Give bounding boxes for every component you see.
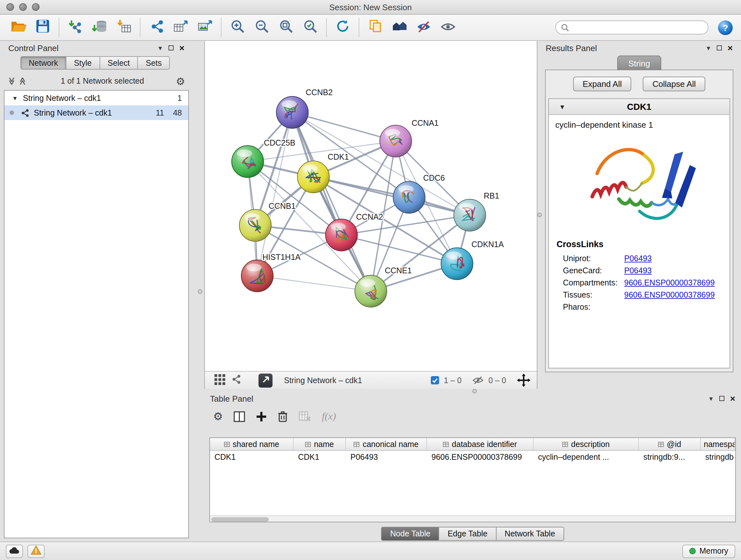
- gear-icon[interactable]: ⚙: [176, 75, 185, 87]
- open-session-button[interactable]: [7, 17, 30, 38]
- crosslink-link[interactable]: 9606.ENSP00000378699: [624, 278, 715, 287]
- network-node-CCNE1[interactable]: [355, 275, 387, 307]
- column-header-name[interactable]: name: [293, 438, 346, 450]
- expand-all-icon[interactable]: ≪: [18, 77, 27, 85]
- splitter-handle[interactable]: [537, 212, 542, 217]
- panel-close-icon[interactable]: ×: [730, 394, 735, 403]
- network-node-CDC6[interactable]: [393, 181, 425, 213]
- help-button[interactable]: ?: [718, 19, 733, 36]
- toggle-columns-icon[interactable]: [234, 411, 246, 422]
- panel-menu-icon[interactable]: ▾: [707, 44, 711, 52]
- network-node-CDC25B[interactable]: [232, 145, 264, 178]
- table-row[interactable]: CDK1CDK1P064939606.ENSP00000378699cyclin…: [210, 451, 735, 463]
- network-canvas[interactable]: CCNB2CCNA1CDC25BCDK1CDC6RB1CCNB1CCNA2CDK…: [205, 41, 537, 371]
- tab-edge-table[interactable]: Edge Table: [440, 527, 496, 541]
- crosslink-link[interactable]: P06493: [624, 266, 652, 275]
- panel-close-icon[interactable]: ×: [728, 44, 733, 52]
- table-cell[interactable]: 9606.ENSP00000378699: [427, 451, 534, 463]
- splitter-handle[interactable]: [198, 289, 202, 294]
- tab-select[interactable]: Select: [100, 56, 138, 70]
- save-session-button[interactable]: [31, 17, 54, 38]
- network-node-CCNB2[interactable]: [276, 97, 308, 128]
- network-node-CDKN1A[interactable]: [441, 248, 473, 280]
- share-network-button[interactable]: [145, 17, 168, 38]
- table-settings-gear-icon[interactable]: ⚙: [213, 410, 223, 423]
- table-cell[interactable]: cyclin–dependent ...: [534, 451, 639, 463]
- collapse-all-icon[interactable]: ≫: [7, 77, 16, 85]
- table-cell[interactable]: CDK1: [210, 451, 293, 463]
- tab-network[interactable]: Network: [20, 56, 66, 70]
- network-edge[interactable]: [292, 112, 371, 291]
- panel-menu-icon[interactable]: ▾: [158, 44, 162, 52]
- column-header-canonical-name[interactable]: canonical name: [346, 438, 427, 450]
- cloud-status-button[interactable]: [6, 544, 23, 558]
- table-cell[interactable]: P06493: [346, 451, 427, 463]
- panel-float-icon[interactable]: [719, 396, 724, 401]
- horizontal-scrollbar[interactable]: [210, 515, 735, 522]
- table-cell[interactable]: CDK1: [293, 451, 346, 463]
- zoom-out-button[interactable]: [250, 17, 273, 38]
- scrollbar-thumb[interactable]: [211, 517, 269, 521]
- panel-menu-icon[interactable]: ▾: [710, 394, 713, 402]
- selected-checkbox-icon[interactable]: [431, 376, 440, 384]
- crosslink-link[interactable]: 9606.ENSP00000378699: [624, 290, 715, 299]
- network-edge[interactable]: [313, 177, 470, 215]
- birdseye-view-button[interactable]: [212, 373, 227, 388]
- memory-button[interactable]: Memory: [682, 544, 735, 558]
- zoom-selected-button[interactable]: [299, 17, 322, 38]
- gene-header[interactable]: ▼ CDK1: [549, 99, 730, 115]
- network-collection-row[interactable]: ▼ String Network – cdk1 1: [4, 91, 188, 105]
- results-tab-string[interactable]: String: [617, 56, 662, 70]
- panel-float-icon[interactable]: [169, 45, 174, 51]
- network-node-RB1[interactable]: [454, 199, 486, 231]
- tab-sets[interactable]: Sets: [138, 56, 170, 70]
- column-header-description[interactable]: description: [534, 438, 639, 450]
- splitter-handle[interactable]: [472, 389, 477, 393]
- network-node-CDK1[interactable]: [297, 161, 329, 193]
- table-cell[interactable]: stringdb: [701, 451, 735, 463]
- open-in-new-window-button[interactable]: [259, 373, 273, 387]
- export-image-button[interactable]: [193, 17, 216, 38]
- column-header--id[interactable]: @id: [639, 438, 701, 450]
- network-share-view-button[interactable]: [228, 373, 244, 388]
- add-column-plus-icon[interactable]: [256, 411, 267, 422]
- import-network-database-button[interactable]: [88, 17, 111, 38]
- warnings-button[interactable]: [27, 544, 45, 558]
- table-cell[interactable]: stringdb:9...: [639, 451, 701, 463]
- tab-style[interactable]: Style: [66, 56, 100, 70]
- show-all-button[interactable]: [436, 17, 460, 38]
- collapse-all-button[interactable]: Collapse All: [643, 77, 705, 91]
- tab-node-table[interactable]: Node Table: [381, 527, 440, 541]
- function-builder-icon[interactable]: f(x): [322, 411, 336, 422]
- column-header-namespac[interactable]: namespac: [701, 438, 735, 450]
- copy-button[interactable]: [364, 17, 387, 38]
- column-header-database-identifier[interactable]: database identifier: [427, 438, 534, 450]
- import-table-file-button[interactable]: [112, 17, 135, 38]
- import-network-file-button[interactable]: [64, 17, 87, 38]
- network-edge[interactable]: [257, 112, 292, 276]
- hidden-eye-slash-icon[interactable]: [472, 375, 484, 385]
- network-row[interactable]: String Network – cdk1 11 48: [4, 105, 188, 120]
- home-network-button[interactable]: [388, 17, 411, 38]
- collapse-gene-icon[interactable]: ▼: [559, 103, 565, 110]
- pan-move-icon[interactable]: [517, 374, 530, 387]
- crosslink-link[interactable]: P06493: [624, 254, 652, 263]
- delete-column-trash-icon[interactable]: [278, 411, 288, 422]
- search-input[interactable]: [573, 23, 703, 32]
- zoom-in-button[interactable]: [226, 17, 249, 38]
- network-node-CCNB1[interactable]: [239, 209, 271, 241]
- zoom-fit-button[interactable]: [274, 17, 297, 38]
- network-node-CCNA2[interactable]: [326, 219, 357, 251]
- tree-expander-icon[interactable]: ▼: [12, 95, 18, 101]
- tab-network-table[interactable]: Network Table: [496, 527, 564, 541]
- refresh-view-button[interactable]: [331, 17, 354, 38]
- hide-selected-button[interactable]: [412, 17, 435, 38]
- network-graph[interactable]: CCNB2CCNA1CDC25BCDK1CDC6RB1CCNB1CCNA2CDK…: [205, 41, 537, 371]
- export-table-button[interactable]: [169, 17, 192, 38]
- expand-all-button[interactable]: Expand All: [573, 77, 631, 91]
- network-node-CCNA1[interactable]: [380, 125, 412, 157]
- column-header-shared-name[interactable]: shared name: [210, 438, 293, 450]
- panel-close-icon[interactable]: ×: [179, 44, 185, 52]
- network-node-HIST1H1A[interactable]: [241, 260, 273, 292]
- panel-float-icon[interactable]: [717, 45, 722, 51]
